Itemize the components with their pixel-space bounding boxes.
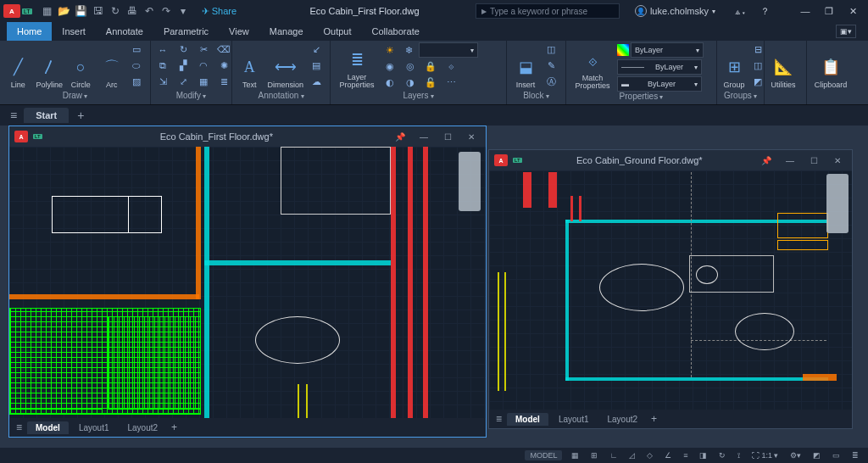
line-button[interactable]: ╱Line xyxy=(3,42,32,91)
sync-icon[interactable]: ↻ xyxy=(108,3,123,19)
layer-unlock-icon[interactable]: 🔓 xyxy=(422,75,439,89)
status-model[interactable]: MODEL xyxy=(525,450,562,460)
save-icon[interactable]: 💾 xyxy=(74,3,89,19)
window1-minimize[interactable]: — xyxy=(415,132,433,142)
saveas-icon[interactable]: 🖫 xyxy=(91,3,106,19)
ribbon-options[interactable]: ▣▾ xyxy=(836,25,856,38)
autodesk-icon[interactable]: ⟁▾ xyxy=(729,3,753,20)
window2-tab-model[interactable]: Model xyxy=(507,413,548,426)
tab-insert[interactable]: Insert xyxy=(52,22,96,41)
search-input[interactable]: Type a keyword or phrase xyxy=(476,3,620,19)
rect-icon[interactable]: ▭ xyxy=(128,43,145,57)
drawing-window-1[interactable]: ALT Eco Cabin_First Floor.dwg* 📌 — ☐ ✕ xyxy=(8,126,487,438)
explode-icon[interactable]: ✺ xyxy=(215,59,232,73)
rotate-icon[interactable]: ↻ xyxy=(175,43,192,57)
dimension-button[interactable]: ⟷Dimension xyxy=(264,42,306,91)
table-icon[interactable]: ▤ xyxy=(308,59,325,73)
layer-properties-button[interactable]: ≣Layer Properties xyxy=(334,42,380,91)
circle-button[interactable]: ○Circle xyxy=(66,42,95,91)
window1-titlebar[interactable]: ALT Eco Cabin_First Floor.dwg* 📌 — ☐ ✕ xyxy=(9,126,486,147)
status-scale[interactable]: ⛶ 1:1▾ xyxy=(749,451,781,460)
group-button[interactable]: ⊞Group xyxy=(721,42,748,91)
status-ortho-icon[interactable]: ∟ xyxy=(607,451,620,460)
color-dropdown[interactable]: ByLayer xyxy=(631,42,704,58)
window2-tab-add[interactable]: + xyxy=(648,413,660,425)
tab-collaborate[interactable]: Collaborate xyxy=(362,22,430,41)
layer-lock-icon[interactable]: 🔒 xyxy=(422,59,439,73)
tab-home[interactable]: Home xyxy=(7,22,52,41)
window1-tabs-menu[interactable]: ≡ xyxy=(13,421,25,433)
nav-tools-1[interactable] xyxy=(459,152,481,211)
status-grid-icon[interactable]: ▦ xyxy=(569,451,581,460)
layer-freeze-icon[interactable]: ❄ xyxy=(400,43,417,57)
tab-output[interactable]: Output xyxy=(314,22,362,41)
status-gear-icon[interactable]: ⚙▾ xyxy=(787,451,804,460)
utilities-button[interactable]: 📐Utilities xyxy=(768,42,798,91)
window1-tab-model[interactable]: Model xyxy=(27,421,69,434)
color-swatch[interactable] xyxy=(617,44,629,56)
layer-more-icon[interactable]: ⋯ xyxy=(442,75,459,89)
panel-annotation-title[interactable]: Annotation xyxy=(236,91,326,104)
attr-icon[interactable]: Ⓐ xyxy=(542,75,559,89)
panel-layers-title[interactable]: Layers xyxy=(334,91,503,104)
hatch-icon[interactable]: ▨ xyxy=(128,75,145,89)
erase-icon[interactable]: ⌫ xyxy=(215,43,232,57)
window1-canvas[interactable] xyxy=(9,147,486,418)
scale-icon[interactable]: ⤢ xyxy=(175,75,192,89)
lineweight-dropdown[interactable]: ▬ ByLayer xyxy=(617,76,702,92)
layer-thaw-icon[interactable]: ◑ xyxy=(402,75,419,89)
stretch-icon[interactable]: ⇲ xyxy=(154,75,171,89)
window1-tab-add[interactable]: + xyxy=(168,421,181,433)
status-annoscale-icon[interactable]: ⟟ xyxy=(735,451,743,460)
app-logo[interactable]: A xyxy=(3,4,20,18)
copy-icon[interactable]: ⧉ xyxy=(154,59,171,73)
window2-tabs-menu[interactable]: ≡ xyxy=(492,413,505,425)
window1-maximize[interactable]: ☐ xyxy=(438,132,457,142)
insert-button[interactable]: ⬓Insert xyxy=(510,42,541,91)
leader-icon[interactable]: ↙ xyxy=(308,43,325,57)
close-button[interactable]: ✕ xyxy=(841,3,865,20)
status-snap-icon[interactable]: ⊞ xyxy=(588,451,600,460)
status-polar-icon[interactable]: ◿ xyxy=(626,451,637,460)
minimize-button[interactable]: — xyxy=(793,3,817,20)
plot-icon[interactable]: 🖶 xyxy=(125,3,140,19)
nav-tools-2[interactable] xyxy=(826,174,849,233)
window2-minimize[interactable]: — xyxy=(781,156,799,165)
cloud-icon[interactable]: ☁ xyxy=(308,75,325,89)
new-tab-button[interactable]: + xyxy=(72,109,89,122)
group-edit-icon[interactable]: ◫ xyxy=(749,59,766,73)
window2-pin-icon[interactable]: 📌 xyxy=(757,156,776,165)
status-transparency-icon[interactable]: ◨ xyxy=(697,451,709,460)
panel-block-title[interactable]: Block xyxy=(510,91,562,104)
trim-icon[interactable]: ✂ xyxy=(195,43,212,57)
panel-draw-title[interactable]: Draw xyxy=(3,91,147,104)
help-icon[interactable]: ？ xyxy=(753,3,776,20)
window1-close[interactable]: ✕ xyxy=(462,132,481,142)
ungroup-icon[interactable]: ⊟ xyxy=(749,43,766,57)
create-block-icon[interactable]: ◫ xyxy=(542,43,559,57)
panel-properties-title[interactable]: Properties xyxy=(570,92,713,104)
window2-titlebar[interactable]: ALT Eco Cabin_Ground Floor.dwg* 📌 — ☐ ✕ xyxy=(489,150,852,170)
open-icon[interactable]: 📂 xyxy=(57,3,72,19)
undo-icon[interactable]: ↶ xyxy=(142,3,157,19)
status-otrack-icon[interactable]: ∠ xyxy=(662,451,674,460)
match-properties-button[interactable]: ⟐Match Properties xyxy=(570,42,615,92)
redo-icon[interactable]: ↷ xyxy=(159,3,174,19)
panel-groups-title[interactable]: Groups xyxy=(721,91,760,104)
window2-tab-layout1[interactable]: Layout1 xyxy=(550,413,598,426)
group-select-icon[interactable]: ◩ xyxy=(749,75,766,89)
window2-canvas[interactable] xyxy=(489,170,852,410)
offset-icon[interactable]: ≣ xyxy=(215,75,232,89)
panel-modify-title[interactable]: Modify xyxy=(154,91,228,104)
mirror-icon[interactable]: ▞ xyxy=(175,59,192,73)
clipboard-button[interactable]: 📋Clipboard xyxy=(810,42,851,91)
window1-tab-layout1[interactable]: Layout1 xyxy=(70,421,118,434)
fillet-icon[interactable]: ◠ xyxy=(195,59,212,73)
polyline-button[interactable]: 〳Polyline xyxy=(34,42,64,91)
user-menu[interactable]: 👤 luke.cholmsky ▾ xyxy=(635,5,715,17)
text-button[interactable]: AText xyxy=(236,42,263,91)
layer-off-icon[interactable]: ◉ xyxy=(381,59,398,73)
status-osnap-icon[interactable]: ◇ xyxy=(644,451,655,460)
layer-iso-icon[interactable]: ◎ xyxy=(402,59,419,73)
status-workspace-icon[interactable]: ◩ xyxy=(810,451,823,460)
